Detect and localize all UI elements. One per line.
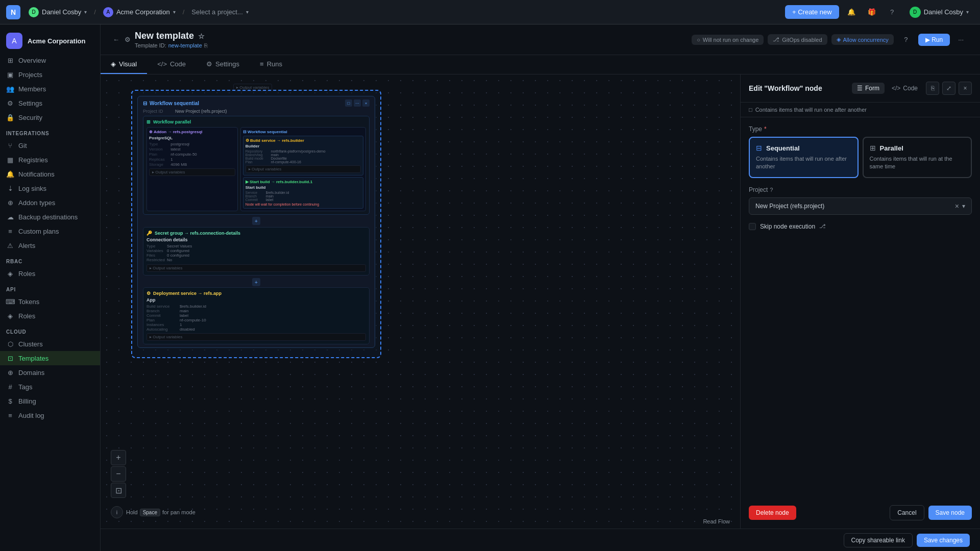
copy-id-icon[interactable]: ⎘ (204, 42, 208, 48)
zoom-in-button[interactable]: + (111, 450, 126, 465)
more-options-button[interactable]: ··· (954, 34, 968, 45)
custom-plans-icon: ≡ (6, 227, 14, 235)
sidebar-item-tags[interactable]: # Tags (0, 380, 100, 394)
canvas-area[interactable]: ▸ Output variables ⊟ Workflow sequential (101, 74, 740, 529)
secret-group-node[interactable]: 🔑 Secret group → refs.connection-details… (143, 227, 370, 276)
project-help-icon[interactable]: ? (770, 187, 773, 193)
sidebar-item-custom-plans[interactable]: ≡ Custom plans (0, 224, 100, 238)
start-build-node[interactable]: ▶ Start build → refs.builder.build.1 Sta… (243, 177, 363, 209)
build-service-output-vars[interactable]: ▸ Output variables (246, 165, 361, 173)
sidebar-item-api-roles[interactable]: ◈ Roles (0, 309, 100, 323)
sidebar-item-alerts[interactable]: ⚠ Alerts (0, 238, 100, 253)
create-new-button[interactable]: + Create new (785, 5, 839, 19)
copy-shareable-link-button[interactable]: Copy shareable link (844, 533, 913, 547)
skip-help-icon[interactable]: ⎇ (819, 223, 826, 230)
space-key: Space (140, 509, 160, 516)
user-avatar-small: D (29, 7, 39, 17)
node-more-btn[interactable]: ⋯ (354, 99, 361, 107)
help-button[interactable]: ? (884, 4, 900, 20)
save-changes-button[interactable]: Save changes (917, 534, 970, 547)
rp-tab-form[interactable]: ☰ Form (852, 83, 885, 94)
deploy-icon: ⚙ (146, 291, 151, 296)
node-close-btn[interactable]: × (362, 99, 370, 107)
sidebar-item-backup-destinations[interactable]: ☁ Backup destinations (0, 210, 100, 224)
builder-workflow-node[interactable]: ⊟ Workflow sequential ⚙ Build service → … (240, 127, 366, 211)
workflow-sequential-node[interactable]: ⊟ Workflow sequential □ ⋯ × Pro (137, 96, 375, 348)
project-clear-btn[interactable]: × (955, 202, 959, 210)
canvas-hint: Hold Space for pan mode (126, 509, 195, 516)
star-icon[interactable]: ☆ (198, 32, 205, 40)
sidebar-item-domains[interactable]: ⊕ Domains (0, 365, 100, 380)
rp-copy-button[interactable]: ⎘ (926, 82, 939, 95)
sidebar-item-log-sinks[interactable]: ⇣ Log sinks (0, 181, 100, 195)
gitops-badge[interactable]: ⎇ GitOps disabled (768, 34, 827, 45)
delete-node-button[interactable]: Delete node (749, 506, 796, 520)
right-panel-footer: Delete node Cancel Save node (741, 505, 980, 529)
user-menu[interactable]: D Daniel Cosby ▾ (904, 5, 974, 20)
workflow-parallel-node[interactable]: ⊞ Workflow parallel ⊕ Addon → refs.postg… (143, 116, 370, 215)
sidebar-item-members[interactable]: 👥 Members (0, 82, 100, 96)
templates-icon: ⊡ (6, 354, 14, 362)
project-field: Project ? New Project (refs.project) × ▾ (749, 186, 972, 215)
type-parallel[interactable]: ⊞ Parallel Contains items that will run … (863, 137, 972, 178)
cancel-button[interactable]: Cancel (890, 505, 924, 520)
secret-name: Connection details (146, 237, 366, 242)
par-type-icon: ⊞ (870, 144, 876, 152)
addon-output-vars[interactable]: ▸ Output variables (149, 168, 235, 176)
add-node-btn[interactable]: + (252, 217, 260, 225)
breadcrumb: D Daniel Cosby ▾ / A Acme Corporation ▾ … (24, 5, 253, 19)
skip-checkbox-box[interactable] (749, 223, 756, 230)
no-change-badge[interactable]: ○ Will not run on change (692, 35, 764, 45)
tab-runs[interactable]: ≡ Runs (250, 55, 292, 74)
breadcrumb-project[interactable]: Select a project... ▾ (187, 6, 252, 18)
node-expand-btn[interactable]: □ (345, 99, 352, 107)
header-help-button[interactable]: ? (898, 32, 914, 48)
sidebar-item-templates[interactable]: ⊡ Templates (0, 351, 100, 365)
gitops-icon: ⎇ (773, 36, 779, 43)
canvas-info-button[interactable]: i (111, 506, 123, 518)
sidebar-item-registries[interactable]: ▦ Registries (0, 153, 100, 167)
project-id-label: Project ID (143, 109, 171, 114)
tab-visual[interactable]: ◈ Visual (101, 55, 147, 74)
project-select[interactable]: New Project (refs.project) × ▾ (749, 197, 972, 215)
fit-view-button[interactable]: ⊡ (111, 483, 126, 498)
deploy-name: App (146, 297, 366, 303)
secret-output-vars[interactable]: ▸ Output variables (146, 264, 366, 272)
layout: A Acme Corporation ⊞ Overview ▣ Projects… (0, 24, 980, 551)
deploy-output-vars[interactable]: ▸ Output variables (146, 333, 366, 341)
sidebar-item-projects[interactable]: ▣ Projects (0, 67, 100, 82)
notifications-button[interactable]: 🔔 (843, 4, 860, 20)
breadcrumb-user[interactable]: D Daniel Cosby ▾ (24, 5, 91, 19)
tab-code[interactable]: </> Code (147, 55, 196, 74)
zoom-out-button[interactable]: − (111, 466, 126, 482)
breadcrumb-org[interactable]: A Acme Corporation ▾ (99, 5, 180, 19)
sidebar-item-settings[interactable]: ⚙ Settings (0, 96, 100, 110)
sidebar-item-roles[interactable]: ◈ Roles (0, 266, 100, 281)
back-button[interactable]: ← (113, 36, 119, 43)
add-node-btn-2[interactable]: + (252, 278, 260, 286)
sidebar-item-security[interactable]: 🔒 Security (0, 110, 100, 124)
build-service-node[interactable]: ⚙ Build service → refs.builder Builder R… (243, 136, 363, 176)
rewards-button[interactable]: 🎁 (864, 4, 880, 20)
sidebar-item-overview[interactable]: ⊞ Overview (0, 53, 100, 67)
sidebar-item-git[interactable]: ⑂ Git (0, 138, 100, 153)
sidebar-item-addon-types[interactable]: ⊕ Addon types (0, 195, 100, 210)
sidebar-item-clusters[interactable]: ⬡ Clusters (0, 337, 100, 351)
concurrency-badge[interactable]: ◈ Allow concurrency (831, 34, 894, 45)
save-node-button[interactable]: Save node (928, 506, 972, 520)
sidebar-item-tokens[interactable]: ⌨ Tokens (0, 294, 100, 309)
sidebar-item-notifications[interactable]: 🔔 Notifications (0, 167, 100, 181)
rp-tab-code[interactable]: </> Code (887, 83, 923, 94)
rp-close-button[interactable]: × (959, 82, 972, 95)
tab-settings[interactable]: ⚙ Settings (196, 55, 250, 74)
rp-expand-button[interactable]: ⤢ (942, 82, 955, 95)
run-button[interactable]: ▶ Run (918, 34, 950, 46)
type-sequential[interactable]: ⊟ Sequential Contains items that will ru… (749, 137, 859, 178)
addon-node[interactable]: ⊕ Addon → refs.postgresql PostgreSQL Typ… (146, 127, 238, 211)
sidebar: A Acme Corporation ⊞ Overview ▣ Projects… (0, 24, 101, 551)
sidebar-item-audit-log[interactable]: ≡ Audit log (0, 408, 100, 422)
right-panel-subtitle: □ Contains items that will run one after… (741, 103, 980, 117)
deployment-service-node[interactable]: ⚙ Deployment service → refs.app App Buil… (143, 287, 370, 344)
canvas-help: i Hold Space for pan mode (111, 506, 195, 518)
sidebar-item-billing[interactable]: $ Billing (0, 394, 100, 408)
